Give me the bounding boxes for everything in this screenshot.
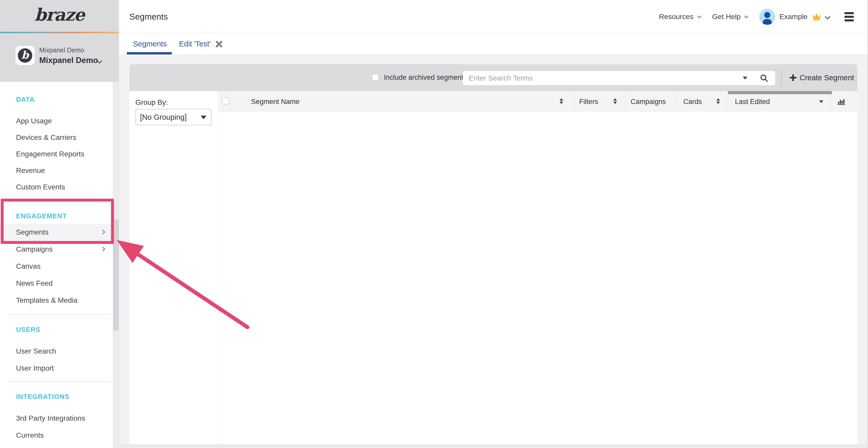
sidebar-item-templates-media[interactable]: Templates & Media	[0, 292, 113, 309]
segments-table-header: Segment Name Filters Campaigns	[219, 91, 858, 111]
filter-bar: Include archived segments Create Segment	[129, 64, 858, 91]
get-help-menu[interactable]: Get Help	[712, 13, 748, 21]
sidebar: braze b Mixpanel Demo Mixpanel Demo DATA…	[0, 0, 119, 448]
sidebar-item-canvas[interactable]: Canvas	[0, 258, 113, 275]
sidebar-heading-users: USERS	[16, 326, 40, 334]
header-right-menu: Resources Get Help Example	[659, 0, 854, 33]
active-tab-underline	[127, 52, 172, 55]
workspace-selector[interactable]: b Mixpanel Demo Mixpanel Demo	[16, 46, 114, 67]
column-header-last-edited-label: Last Edited	[735, 98, 770, 106]
group-by-selected-value: [No Grouping]	[140, 113, 187, 122]
account-menu[interactable]: Example	[759, 9, 830, 25]
group-by-caret-icon	[201, 115, 207, 119]
top-header: Segments Resources Get Help Ex	[119, 0, 868, 33]
sidebar-item-user-import[interactable]: User Import	[0, 360, 113, 377]
sort-descending-icon[interactable]	[819, 100, 823, 103]
sort-down-arrow	[716, 102, 720, 104]
resources-menu-label: Resources	[659, 13, 693, 21]
column-header-cards-label: Cards	[683, 98, 702, 106]
account-user-name: Example	[779, 13, 808, 21]
select-all-checkbox[interactable]	[222, 98, 229, 105]
page-title: Segments	[129, 12, 168, 22]
column-header-segment-name-label: Segment Name	[251, 98, 300, 106]
sidebar-heading-data: DATA	[16, 96, 35, 103]
column-header-last-edited[interactable]: Last Edited	[728, 91, 832, 111]
group-by-label: Group By:	[135, 98, 168, 107]
user-avatar	[759, 9, 775, 25]
sidebar-item-devices-carriers[interactable]: Devices & Carriers	[0, 129, 113, 146]
account-chevron-down-icon	[825, 14, 830, 20]
sidebar-scrollbar-track[interactable]	[113, 82, 119, 448]
sidebar-item-segments-label: Segments	[16, 228, 49, 236]
workspace-app-icon-glyph: b	[18, 48, 32, 63]
chevron-down-icon	[744, 14, 749, 18]
chevron-down-icon	[697, 14, 702, 18]
create-segment-button-label: Create Segment	[800, 74, 854, 82]
include-archived-label: Include archived segments	[384, 74, 467, 81]
sidebar-item-revenue[interactable]: Revenue	[0, 162, 113, 179]
search-icon[interactable]	[760, 74, 769, 82]
hamburger-bar	[844, 20, 854, 22]
sidebar-scrollbar-thumb[interactable]	[113, 219, 119, 330]
horizontal-scrollbar-track[interactable]	[119, 444, 868, 448]
sidebar-item-campaigns-label: Campaigns	[16, 245, 53, 253]
sidebar-item-currents[interactable]: Currents	[0, 427, 113, 444]
group-by-select[interactable]: [No Grouping]	[135, 109, 212, 126]
column-header-analytics[interactable]	[832, 91, 850, 111]
close-tab-icon[interactable]	[215, 40, 223, 48]
sidebar-item-app-usage[interactable]: App Usage	[0, 112, 113, 130]
sort-up-arrow	[560, 98, 563, 101]
sort-down-arrow	[560, 102, 563, 104]
hamburger-menu-icon[interactable]	[844, 12, 854, 22]
resources-menu[interactable]: Resources	[659, 13, 701, 21]
sidebar-divider	[8, 381, 111, 382]
tab-edit-test-label: Edit 'Test'	[179, 40, 211, 48]
crown-icon	[812, 13, 822, 21]
sidebar-item-campaigns[interactable]: Campaigns	[0, 241, 113, 258]
tab-bar: Segments Edit 'Test'	[119, 33, 868, 55]
group-by-panel: Group By: [No Grouping]	[129, 91, 219, 444]
table-header-checkbox-cell	[219, 91, 231, 111]
column-header-campaigns[interactable]: Campaigns	[625, 91, 676, 111]
segments-page: Include archived segments Create Segment…	[119, 55, 868, 448]
column-header-segment-name[interactable]: Segment Name	[231, 91, 575, 111]
sidebar-item-3rd-party-integrations[interactable]: 3rd Party Integrations	[0, 410, 113, 427]
create-segment-button[interactable]: Create Segment	[790, 64, 854, 91]
sort-icon[interactable]	[560, 98, 563, 104]
column-header-filters[interactable]: Filters	[575, 91, 625, 111]
column-header-cards[interactable]: Cards	[676, 91, 728, 111]
sidebar-heading-integrations: INTEGRATIONS	[16, 393, 69, 401]
sidebar-item-user-search[interactable]: User Search	[0, 343, 113, 360]
workspace-name: Mixpanel Demo	[39, 56, 98, 65]
sidebar-heading-engagement: ENGAGEMENT	[16, 212, 67, 220]
tab-edit-test[interactable]: Edit 'Test'	[179, 33, 223, 55]
sidebar-item-segments[interactable]: Segments	[0, 224, 113, 241]
chevron-right-icon	[101, 247, 105, 251]
tab-segments[interactable]: Segments	[133, 33, 167, 55]
filter-bar-divider	[781, 69, 782, 86]
chevron-right-icon	[101, 230, 105, 234]
braze-dashboard-screen: braze b Mixpanel Demo Mixpanel Demo DATA…	[0, 0, 868, 448]
workspace-app-name: Mixpanel Demo	[39, 46, 84, 54]
hamburger-bar	[844, 16, 854, 18]
brand-gradient-divider	[0, 32, 119, 33]
get-help-menu-label: Get Help	[712, 13, 741, 21]
sidebar-item-news-feed[interactable]: News Feed	[0, 275, 113, 292]
sidebar-item-custom-events[interactable]: Custom Events	[0, 179, 113, 196]
sidebar-divider	[8, 314, 111, 315]
sort-icon[interactable]	[613, 98, 617, 104]
workspace-app-icon: b	[16, 46, 35, 65]
sort-down-arrow	[613, 102, 617, 104]
sort-up-arrow	[613, 98, 617, 101]
column-header-filters-label: Filters	[579, 98, 598, 106]
search-dropdown-caret-icon[interactable]	[743, 77, 747, 79]
plus-icon	[790, 74, 797, 81]
table-header-spare-cell	[850, 91, 858, 111]
column-header-campaigns-label: Campaigns	[630, 98, 666, 106]
sort-icon[interactable]	[716, 98, 720, 104]
bar-chart-icon[interactable]	[836, 97, 846, 106]
segments-table: Segment Name Filters Campaigns	[219, 91, 858, 444]
include-archived-checkbox[interactable]	[372, 74, 379, 81]
sidebar-item-engagement-reports[interactable]: Engagement Reports	[0, 145, 113, 163]
search-input[interactable]	[463, 74, 743, 82]
